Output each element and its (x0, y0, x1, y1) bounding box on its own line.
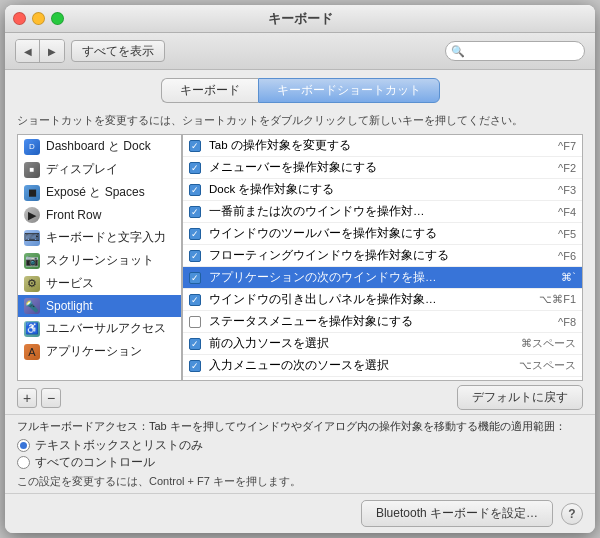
radio-all-controls[interactable] (17, 456, 30, 469)
shortcut-label: フローティングウインドウを操作対象にする (209, 248, 516, 263)
universal-icon: ♿ (24, 321, 40, 337)
checkbox[interactable]: ✓ (189, 250, 201, 262)
checkbox[interactable]: ✓ (189, 228, 201, 240)
checkbox[interactable] (189, 316, 201, 328)
forward-button[interactable]: ▶ (40, 40, 64, 62)
shortcut-label: メニューバーを操作対象にする (209, 160, 516, 175)
radio-item-all-controls[interactable]: すべてのコントロール (17, 455, 583, 470)
window-title: キーボード (268, 10, 333, 28)
radio-label-text-list: テキストボックスとリストのみ (35, 438, 203, 453)
checkbox[interactable]: ✓ (189, 162, 201, 174)
search-input[interactable] (445, 41, 585, 61)
sidebar-item-keyboard[interactable]: ⌨ キーボードと文字入力 (18, 226, 181, 249)
back-button[interactable]: ◀ (16, 40, 40, 62)
radio-group: テキストボックスとリストのみ すべてのコントロール (17, 438, 583, 470)
table-row[interactable]: ✓前の入力ソースを選択⌘スペース (183, 333, 582, 355)
tab-shortcuts[interactable]: キーボードショートカット (258, 78, 440, 103)
checkbox-cell (189, 316, 209, 328)
table-row[interactable]: ✓フローティングウインドウを操作対象にする^F6 (183, 245, 582, 267)
checkbox-cell: ✓ (189, 228, 209, 240)
checkbox[interactable]: ✓ (189, 360, 201, 372)
traffic-lights (13, 12, 64, 25)
sidebar-label-screenshot: スクリーンショット (46, 252, 154, 269)
radio-text-list[interactable] (17, 439, 30, 452)
add-shortcut-button[interactable]: + (17, 388, 37, 408)
shortcut-label: Tab の操作対象を変更する (209, 138, 516, 153)
shortcut-key: ^F6 (516, 250, 576, 262)
shortcut-key: ^F3 (516, 184, 576, 196)
table-row[interactable]: ✓Dock を操作対象にする^F3 (183, 179, 582, 201)
sidebar-label-dashboard: Dashboard と Dock (46, 138, 151, 155)
checkbox[interactable]: ✓ (189, 206, 201, 218)
dashboard-icon: D (24, 139, 40, 155)
checkbox[interactable]: ✓ (189, 338, 201, 350)
keyboard-access-section: フルキーボードアクセス：Tab キーを押してウインドウやダイアログ内の操作対象を… (5, 414, 595, 493)
bottom-bar: Bluetooth キーボードを設定… ? (5, 493, 595, 533)
shortcut-key: ⌘` (516, 271, 576, 284)
expose-icon: ◼ (24, 185, 40, 201)
description-text: ショートカットを変更するには、ショートカットをダブルクリックして新しいキーを押し… (5, 109, 595, 134)
minimize-button[interactable] (32, 12, 45, 25)
sidebar-item-dashboard[interactable]: D Dashboard と Dock (18, 135, 181, 158)
bluetooth-button[interactable]: Bluetooth キーボードを設定… (361, 500, 553, 527)
maximize-button[interactable] (51, 12, 64, 25)
table-row[interactable]: ✓入力メニューの次のソースを選択⌥スペース (183, 355, 582, 377)
checkbox[interactable]: ✓ (189, 184, 201, 196)
shortcut-key: ⌥スペース (516, 358, 576, 373)
table-row[interactable]: ✓ウインドウのツールバーを操作対象にする^F5 (183, 223, 582, 245)
sidebar-label-universal: ユニバーサルアクセス (46, 320, 166, 337)
tab-keyboard[interactable]: キーボード (161, 78, 258, 103)
shortcut-label: 入力メニューの次のソースを選択 (209, 358, 516, 373)
sidebar-item-expose[interactable]: ◼ Exposé と Spaces (18, 181, 181, 204)
shortcut-key: ⌥⌘F1 (516, 293, 576, 306)
checkbox-cell: ✓ (189, 272, 209, 284)
table-bottom: + − デフォルトに戻す (5, 381, 595, 414)
nav-buttons: ◀ ▶ (15, 39, 65, 63)
close-button[interactable] (13, 12, 26, 25)
sidebar-label-spotlight: Spotlight (46, 299, 93, 313)
checkbox-cell: ✓ (189, 294, 209, 306)
sidebar-item-frontrow[interactable]: ▶ Front Row (18, 204, 181, 226)
remove-shortcut-button[interactable]: − (41, 388, 61, 408)
sidebar-item-service[interactable]: ⚙ サービス (18, 272, 181, 295)
sidebar-item-spotlight[interactable]: 🔦 Spotlight (18, 295, 181, 317)
main-window: キーボード ◀ ▶ すべてを表示 🔍 キーボード キーボードショートカット ショ… (5, 5, 595, 533)
main-content: D Dashboard と Dock ■ ディスプレイ ◼ Exposé と S… (5, 134, 595, 381)
show-all-button[interactable]: すべてを表示 (71, 40, 165, 62)
checkbox[interactable]: ✓ (189, 272, 201, 284)
table-row[interactable]: ✓Tab の操作対象を変更する^F7 (183, 135, 582, 157)
sidebar-item-screenshot[interactable]: 📷 スクリーンショット (18, 249, 181, 272)
sidebar-label-expose: Exposé と Spaces (46, 184, 145, 201)
checkbox[interactable]: ✓ (189, 294, 201, 306)
checkbox-cell: ✓ (189, 206, 209, 218)
spotlight-icon: 🔦 (24, 298, 40, 314)
shortcut-table: ✓Tab の操作対象を変更する^F7✓メニューバーを操作対象にする^F2✓Doc… (182, 134, 583, 381)
shortcut-label: Dock を操作対象にする (209, 182, 516, 197)
checkbox-cell: ✓ (189, 162, 209, 174)
tabs-area: キーボード キーボードショートカット (5, 70, 595, 109)
keyboard-note: この設定を変更するには、Control + F7 キーを押します。 (17, 474, 583, 489)
sidebar-item-universal[interactable]: ♿ ユニバーサルアクセス (18, 317, 181, 340)
sidebar-item-display[interactable]: ■ ディスプレイ (18, 158, 181, 181)
table-row[interactable]: ✓メニューバーを操作対象にする^F2 (183, 157, 582, 179)
table-row[interactable]: ✓一番前または次のウインドウを操作対…^F4 (183, 201, 582, 223)
search-icon: 🔍 (451, 45, 465, 58)
shortcut-label: 一番前または次のウインドウを操作対… (209, 204, 516, 219)
checkbox[interactable]: ✓ (189, 140, 201, 152)
display-icon: ■ (24, 162, 40, 178)
help-button[interactable]: ? (561, 503, 583, 525)
table-row[interactable]: ✓ウインドウの引き出しパネルを操作対象…⌥⌘F1 (183, 289, 582, 311)
radio-dot-text-list (20, 442, 27, 449)
screenshot-icon: 📷 (24, 253, 40, 269)
checkbox-cell: ✓ (189, 360, 209, 372)
radio-item-text-list[interactable]: テキストボックスとリストのみ (17, 438, 583, 453)
table-row[interactable]: ✓アプリケーションの次のウインドウを操…⌘` (183, 267, 582, 289)
table-row[interactable]: ステータスメニューを操作対象にする^F8 (183, 311, 582, 333)
shortcut-key: ^F5 (516, 228, 576, 240)
sidebar-item-application[interactable]: A アプリケーション (18, 340, 181, 363)
shortcut-label: アプリケーションの次のウインドウを操… (209, 270, 516, 285)
sidebar-label-service: サービス (46, 275, 94, 292)
keyboard-icon: ⌨ (24, 230, 40, 246)
default-button[interactable]: デフォルトに戻す (457, 385, 583, 410)
sidebar-label-keyboard: キーボードと文字入力 (46, 229, 166, 246)
